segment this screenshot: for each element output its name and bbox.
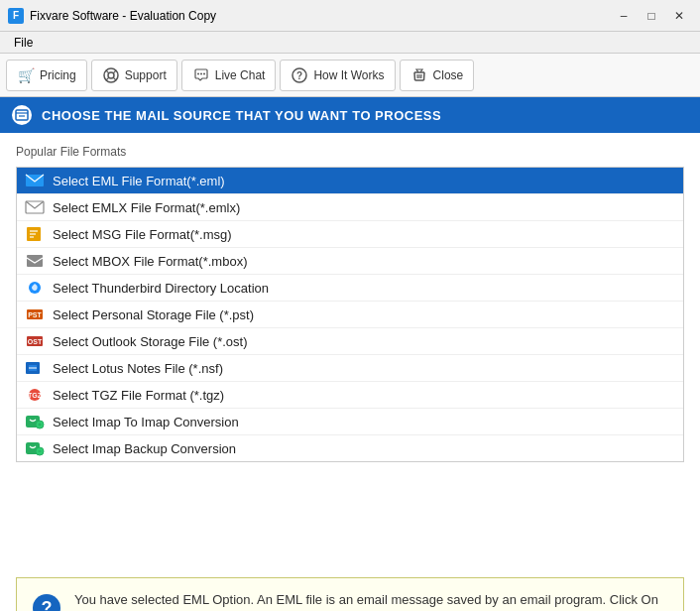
pst-icon: PST bbox=[25, 306, 45, 322]
menu-bar: File bbox=[0, 32, 700, 54]
svg-text:?: ? bbox=[296, 70, 302, 81]
msg-icon bbox=[25, 226, 45, 242]
info-text: You have selected EML Option. An EML fil… bbox=[74, 590, 669, 611]
format-item-tgz-label: Select TGZ File Format (*.tgz) bbox=[53, 388, 224, 403]
support-button[interactable]: Support bbox=[91, 60, 177, 91]
how-it-works-icon: ? bbox=[291, 66, 308, 84]
format-item-mbox[interactable]: Select MBOX File Format(*.mbox) bbox=[17, 248, 683, 275]
how-it-works-label: How It Works bbox=[313, 68, 384, 82]
format-item-imap[interactable]: Select Imap To Imap Conversion bbox=[17, 409, 683, 435]
svg-line-4 bbox=[106, 77, 109, 80]
svg-rect-27 bbox=[27, 255, 43, 267]
format-item-eml-label: Select EML File Format(*.eml) bbox=[53, 174, 225, 188]
window-controls: – □ ✕ bbox=[611, 6, 692, 26]
nsf-icon bbox=[25, 360, 45, 376]
menu-file[interactable]: File bbox=[6, 34, 41, 52]
info-question-icon: ? bbox=[31, 592, 62, 611]
format-item-imap-backup-label: Select Imap Backup Conversion bbox=[53, 441, 236, 456]
svg-point-6 bbox=[197, 72, 199, 74]
close-toolbar-button[interactable]: Close bbox=[400, 60, 475, 91]
toolbar: 🛒 Pricing Support Live Chat bbox=[0, 54, 700, 97]
format-item-ost-label: Select Outlook Storage File (*.ost) bbox=[53, 334, 248, 349]
tgz-icon: TGZ bbox=[25, 387, 45, 403]
support-icon bbox=[102, 66, 120, 84]
svg-line-12 bbox=[414, 72, 415, 80]
format-item-nsf-label: Select Lotus Notes File (*.nsf) bbox=[53, 361, 223, 376]
emlx-icon bbox=[25, 199, 45, 215]
app-icon: F bbox=[8, 8, 24, 24]
how-it-works-button[interactable]: ? How It Works bbox=[280, 60, 395, 91]
svg-line-5 bbox=[113, 77, 116, 80]
format-item-emlx[interactable]: Select EMLX File Format(*.emlx) bbox=[17, 194, 683, 221]
format-item-thunderbird[interactable]: Select Thunderbird Directory Location bbox=[17, 275, 683, 302]
format-item-emlx-label: Select EMLX File Format(*.emlx) bbox=[53, 200, 240, 215]
live-chat-icon bbox=[192, 66, 210, 84]
maximize-button[interactable]: □ bbox=[639, 6, 664, 26]
format-item-imap-backup[interactable]: Select Imap Backup Conversion bbox=[17, 435, 683, 461]
svg-text:PST: PST bbox=[28, 311, 42, 318]
format-list: Select EML File Format(*.eml) Select EML… bbox=[16, 167, 684, 462]
info-box: ? You have selected EML Option. An EML f… bbox=[16, 577, 684, 611]
svg-text:?: ? bbox=[42, 598, 53, 611]
svg-line-2 bbox=[106, 70, 109, 73]
support-label: Support bbox=[125, 68, 167, 82]
close-toolbar-label: Close bbox=[433, 68, 464, 82]
format-item-msg-label: Select MSG File Format(*.msg) bbox=[53, 227, 232, 242]
minimize-button[interactable]: – bbox=[611, 6, 637, 26]
section-header-text: CHOOSE THE MAIL SOURCE THAT YOU WANT TO … bbox=[42, 108, 441, 123]
format-item-nsf[interactable]: Select Lotus Notes File (*.nsf) bbox=[17, 355, 683, 382]
imap-backup-icon bbox=[25, 440, 45, 456]
format-item-thunderbird-label: Select Thunderbird Directory Location bbox=[53, 281, 269, 296]
svg-rect-18 bbox=[16, 110, 28, 120]
live-chat-label: Live Chat bbox=[215, 68, 266, 82]
format-item-ost[interactable]: OST Select Outlook Storage File (*.ost) bbox=[17, 328, 683, 355]
imap-icon bbox=[25, 414, 45, 429]
ost-icon: OST bbox=[25, 333, 45, 349]
svg-point-7 bbox=[200, 72, 202, 74]
title-bar: F Fixvare Software - Evaluation Copy – □… bbox=[0, 0, 700, 32]
section-header-icon bbox=[12, 105, 32, 125]
window-title: Fixvare Software - Evaluation Copy bbox=[30, 9, 611, 23]
svg-point-8 bbox=[203, 72, 205, 74]
svg-line-3 bbox=[113, 70, 116, 73]
popular-formats-label: Popular File Formats bbox=[16, 145, 684, 159]
format-item-eml[interactable]: Select EML File Format(*.eml) bbox=[17, 168, 683, 194]
format-item-imap-label: Select Imap To Imap Conversion bbox=[53, 415, 239, 429]
thunderbird-icon bbox=[25, 280, 45, 296]
window-close-button[interactable]: ✕ bbox=[666, 6, 692, 26]
main-content: Popular File Formats Select EML File For… bbox=[0, 133, 700, 567]
svg-text:OST: OST bbox=[28, 338, 43, 345]
close-toolbar-icon bbox=[410, 66, 428, 84]
format-item-tgz[interactable]: TGZ Select TGZ File Format (*.tgz) bbox=[17, 382, 683, 409]
section-header: CHOOSE THE MAIL SOURCE THAT YOU WANT TO … bbox=[0, 97, 700, 133]
pricing-icon: 🛒 bbox=[17, 66, 35, 84]
pricing-label: Pricing bbox=[40, 68, 76, 82]
svg-line-13 bbox=[423, 72, 424, 80]
info-box-wrapper: ? You have selected EML Option. An EML f… bbox=[0, 567, 700, 611]
mbox-icon bbox=[25, 253, 45, 269]
format-item-mbox-label: Select MBOX File Format(*.mbox) bbox=[53, 254, 248, 269]
svg-point-1 bbox=[108, 72, 114, 78]
format-item-pst-label: Select Personal Storage File (*.pst) bbox=[53, 307, 254, 322]
pricing-button[interactable]: 🛒 Pricing bbox=[6, 60, 87, 91]
format-item-msg[interactable]: Select MSG File Format(*.msg) bbox=[17, 221, 683, 248]
format-item-pst[interactable]: PST Select Personal Storage File (*.pst) bbox=[17, 302, 683, 328]
svg-text:TGZ: TGZ bbox=[28, 392, 43, 399]
live-chat-button[interactable]: Live Chat bbox=[181, 60, 277, 91]
eml-icon bbox=[25, 173, 45, 188]
